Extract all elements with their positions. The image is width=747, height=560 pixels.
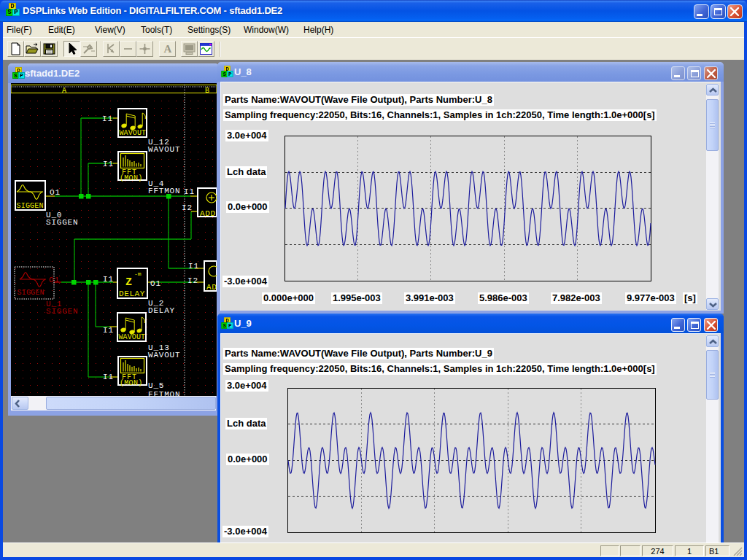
svg-text:B: B — [205, 87, 209, 95]
svg-text:A: A — [62, 87, 66, 95]
svg-text:SIGGEN: SIGGEN — [46, 218, 78, 227]
svg-text:FFTMON: FFTMON — [148, 187, 180, 195]
svg-text:DELAY: DELAY — [148, 306, 175, 315]
svg-text:I1: I1 — [188, 262, 199, 271]
svg-text:O1: O1 — [49, 276, 60, 284]
svg-text:AD: AD — [206, 283, 217, 292]
svg-text:WAVOUT: WAVOUT — [148, 145, 180, 154]
svg-text:I2: I2 — [182, 203, 193, 212]
svg-text:(MON): (MON) — [120, 174, 143, 182]
svg-text:I1: I1 — [103, 373, 114, 381]
svg-text:WAVOUT: WAVOUT — [119, 333, 146, 341]
svg-text:SIGGEN: SIGGEN — [18, 289, 44, 297]
svg-text:I1: I1 — [184, 187, 195, 196]
svg-text:O1: O1 — [50, 188, 61, 197]
svg-text:SIGGEN: SIGGEN — [17, 202, 44, 210]
svg-text:I1: I1 — [103, 275, 114, 284]
svg-text:FFTMON: FFTMON — [148, 390, 180, 396]
svg-text:O1: O1 — [150, 279, 161, 288]
svg-text:SIGGEN: SIGGEN — [46, 307, 78, 316]
svg-text:U_5: U_5 — [148, 381, 164, 390]
svg-text:ADD: ADD — [200, 209, 216, 218]
svg-text:I1: I1 — [102, 114, 113, 123]
svg-text:WAVOUT: WAVOUT — [148, 351, 180, 359]
svg-text:(MON): (MON) — [120, 379, 143, 387]
svg-text:-m: -m — [134, 271, 142, 277]
svg-text:WAVOUT: WAVOUT — [120, 129, 147, 137]
svg-text:I1: I1 — [103, 326, 114, 335]
svg-text:A: A — [164, 43, 172, 55]
svg-text:I2: I2 — [187, 276, 198, 285]
svg-text:DELAY: DELAY — [119, 289, 145, 298]
svg-text:I1: I1 — [103, 160, 114, 168]
svg-text:Z: Z — [125, 276, 132, 289]
